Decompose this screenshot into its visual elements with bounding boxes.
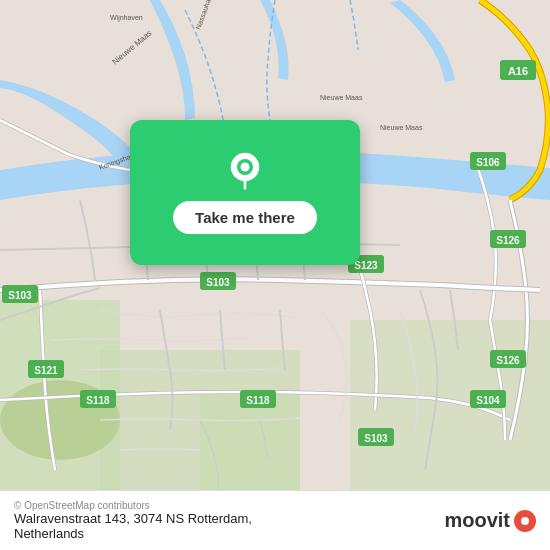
svg-point-38 xyxy=(241,163,250,172)
svg-text:S126: S126 xyxy=(496,355,520,366)
location-pin-icon xyxy=(225,151,265,191)
svg-text:Wijnhaven: Wijnhaven xyxy=(110,14,143,22)
svg-text:Nieuwe Maas: Nieuwe Maas xyxy=(380,124,423,131)
svg-text:S118: S118 xyxy=(86,395,110,406)
address-line1: Walravenstraat 143, 3074 NS Rotterdam, xyxy=(14,511,252,526)
moovit-dot-icon xyxy=(514,510,536,532)
svg-text:Nieuwe Maas: Nieuwe Maas xyxy=(320,94,363,101)
svg-text:S123: S123 xyxy=(354,260,378,271)
svg-text:S106: S106 xyxy=(476,157,500,168)
svg-text:A16: A16 xyxy=(508,65,528,77)
svg-text:S126: S126 xyxy=(496,235,520,246)
svg-text:S103: S103 xyxy=(364,433,388,444)
attribution-text: © OpenStreetMap contributors xyxy=(14,500,252,511)
svg-text:S103: S103 xyxy=(206,277,230,288)
svg-text:S118: S118 xyxy=(246,395,270,406)
svg-text:S104: S104 xyxy=(476,395,500,406)
moovit-text: moovit xyxy=(444,509,510,532)
take-me-there-button[interactable]: Take me there xyxy=(173,201,317,234)
navigation-card[interactable]: Take me there xyxy=(130,120,360,265)
address-line2: Netherlands xyxy=(14,526,252,541)
svg-text:S103: S103 xyxy=(8,290,32,301)
moovit-logo: moovit xyxy=(444,509,536,532)
svg-text:S121: S121 xyxy=(34,365,58,376)
bottom-bar: © OpenStreetMap contributors Walravenstr… xyxy=(0,490,550,550)
map-container: A16 S126 S106 S103 S103 S103 S123 S121 S… xyxy=(0,0,550,490)
address-area: © OpenStreetMap contributors Walravenstr… xyxy=(14,500,252,541)
